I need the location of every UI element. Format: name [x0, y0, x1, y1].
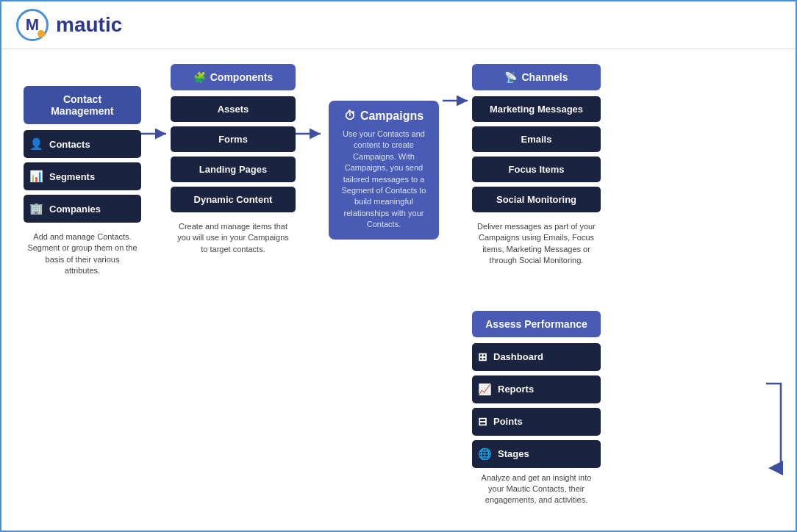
companies-icon: 🏢 [29, 202, 43, 215]
dashboard-label: Dashboard [493, 351, 543, 362]
marketing-messages-button[interactable]: Marketing Messages [472, 96, 601, 122]
emails-label: Emails [521, 134, 552, 145]
arrow-campaigns-to-channels [443, 93, 472, 108]
landing-pages-button[interactable]: Landing Pages [171, 157, 296, 182]
channels-desc: Deliver messages as part of your Campaig… [472, 221, 601, 267]
channels-title: Channels [521, 71, 568, 83]
campaigns-desc: Use your Contacts and content to create … [336, 129, 432, 231]
dashboard-icon: ⊞ [478, 351, 487, 364]
points-button[interactable]: ⊟ Points [472, 408, 601, 436]
arrow-contact-to-components [141, 126, 171, 141]
arrow3-svg [443, 93, 472, 108]
focus-items-button[interactable]: Focus Items [472, 157, 601, 182]
assets-label: Assets [218, 104, 249, 115]
points-label: Points [493, 416, 523, 427]
components-header: 🧩 Components [171, 64, 296, 90]
contact-management-desc: Add and manage Contacts. Segment or grou… [24, 231, 141, 277]
emails-button[interactable]: Emails [472, 126, 601, 152]
assess-performance-header: Assess Performance [472, 311, 601, 337]
header: M mautic [1, 1, 796, 49]
stages-button[interactable]: 🌐 Stages [472, 440, 601, 468]
reports-label: Reports [498, 384, 534, 395]
assess-performance-title: Assess Performance [485, 318, 587, 330]
components-title: Components [210, 71, 274, 83]
assess-performance-section: Assess Performance ⊞ Dashboard 📈 Reports… [472, 311, 601, 506]
components-icon: 🧩 [193, 71, 206, 83]
logo-circle: M [16, 9, 49, 41]
arrow2-svg [296, 126, 325, 141]
dynamic-content-label: Dynamic Content [194, 194, 273, 205]
landing-pages-label: Landing Pages [199, 164, 267, 175]
segments-button[interactable]: 📊 Segments [24, 162, 141, 190]
logo-text: mautic [56, 13, 122, 37]
forms-label: Forms [218, 134, 248, 145]
contact-management-title: Contact Management [35, 93, 129, 117]
companies-button[interactable]: 🏢 Companies [24, 195, 141, 223]
components-column: 🧩 Components Assets Forms Landing Pages … [171, 64, 296, 255]
assess-performance-desc: Analyze and get an insight into your Mau… [472, 472, 601, 506]
social-monitoring-label: Social Monitoring [496, 194, 576, 205]
channels-header: 📡 Channels [472, 64, 601, 90]
logo-dot [37, 30, 45, 37]
points-icon: ⊟ [478, 415, 487, 428]
contact-management-column: Contact Management 👤 Contacts 📊 Segments… [24, 86, 141, 277]
forms-button[interactable]: Forms [171, 126, 296, 152]
campaigns-title: ⏱ Campaigns [336, 109, 432, 123]
arrow-components-to-campaigns [296, 126, 325, 141]
dashboard-button[interactable]: ⊞ Dashboard [472, 343, 601, 371]
segments-label: Segments [49, 171, 95, 182]
companies-label: Companies [49, 204, 101, 215]
channels-column: 📡 Channels Marketing Messages Emails Foc… [472, 64, 601, 506]
marketing-messages-label: Marketing Messages [490, 104, 583, 115]
contacts-button[interactable]: 👤 Contacts [24, 130, 141, 158]
contacts-label: Contacts [49, 139, 90, 150]
campaigns-box: ⏱ Campaigns Use your Contacts and conten… [329, 101, 439, 240]
assets-button[interactable]: Assets [171, 96, 296, 122]
campaigns-label: Campaigns [360, 109, 423, 123]
arrow1-svg [141, 126, 171, 141]
social-monitoring-button[interactable]: Social Monitoring [472, 187, 601, 212]
stages-label: Stages [498, 448, 529, 459]
reports-icon: 📈 [478, 383, 492, 396]
components-desc: Create and manage items that you will us… [171, 221, 296, 255]
stages-icon: 🌐 [478, 447, 492, 461]
contact-management-header: Contact Management [24, 86, 141, 124]
segments-icon: 📊 [29, 170, 43, 183]
campaigns-column: ⏱ Campaigns Use your Contacts and conten… [325, 101, 443, 240]
contacts-icon: 👤 [29, 137, 43, 151]
reports-button[interactable]: 📈 Reports [472, 375, 601, 403]
channels-icon: 📡 [504, 71, 517, 83]
campaigns-icon: ⏱ [344, 109, 356, 123]
focus-items-label: Focus Items [509, 164, 565, 175]
dynamic-content-button[interactable]: Dynamic Content [171, 187, 296, 212]
